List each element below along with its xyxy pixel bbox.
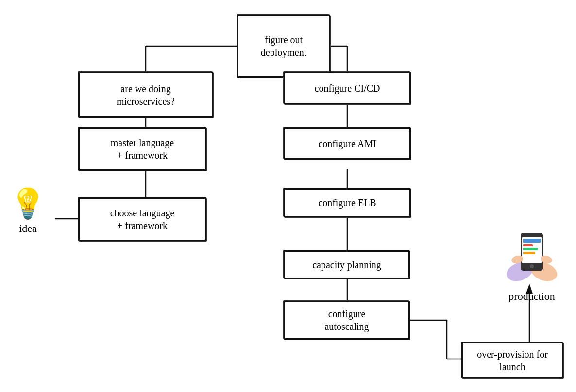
idea-label: idea <box>19 222 37 235</box>
svg-rect-21 <box>523 239 541 243</box>
over-provision-label: over-provision for launch <box>477 348 548 373</box>
over-provision-node: over-provision for launch <box>461 342 563 378</box>
svg-point-25 <box>530 264 534 268</box>
svg-rect-23 <box>523 248 538 250</box>
configure-cicd-label: configure CI/CD <box>315 82 380 95</box>
svg-rect-22 <box>523 244 533 246</box>
figure-out-deployment-node: figure out deployment <box>237 15 330 78</box>
idea-icon: 💡 idea <box>10 189 46 235</box>
choose-language-label: choose language + framework <box>110 207 175 232</box>
configure-cicd-node: configure CI/CD <box>284 72 411 104</box>
svg-rect-24 <box>523 252 535 254</box>
production-phone-svg <box>505 223 559 286</box>
microservices-label: are we doing microservices? <box>117 82 175 108</box>
capacity-planning-label: capacity planning <box>312 259 381 271</box>
production-label: production <box>508 290 555 303</box>
configure-elb-label: configure ELB <box>318 196 376 209</box>
choose-language-node: choose language + framework <box>78 197 206 241</box>
configure-autoscaling-node: configure autoscaling <box>284 301 410 340</box>
diagram-container: 💡 idea figure out deployment are we doin… <box>0 0 576 392</box>
microservices-node: are we doing microservices? <box>78 72 213 118</box>
master-language-node: master language + framework <box>78 127 206 171</box>
configure-elb-node: configure ELB <box>284 188 411 217</box>
configure-ami-label: configure AMI <box>318 137 376 150</box>
figure-out-label: figure out deployment <box>261 33 306 59</box>
production-icon: production <box>505 223 559 303</box>
capacity-planning-node: capacity planning <box>284 250 410 279</box>
configure-autoscaling-label: configure autoscaling <box>324 308 369 333</box>
master-language-label: master language + framework <box>111 136 174 162</box>
bulb-emoji: 💡 <box>10 189 46 218</box>
configure-ami-node: configure AMI <box>284 127 411 160</box>
